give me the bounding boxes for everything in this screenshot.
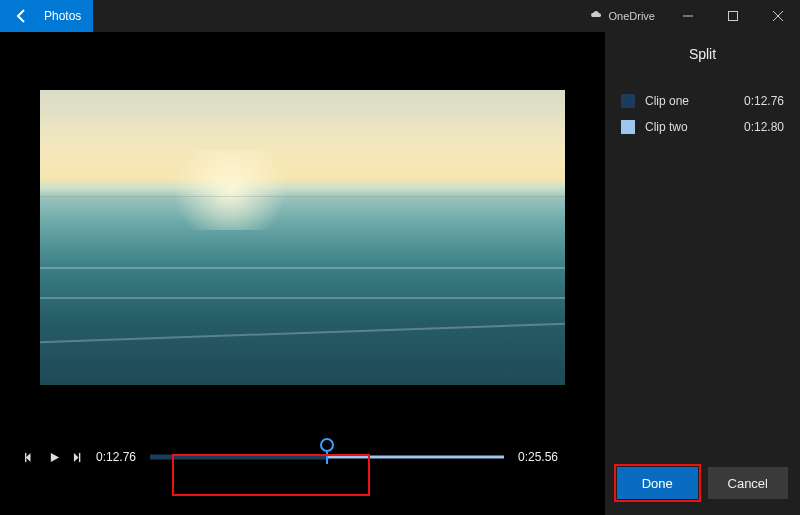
svg-rect-1	[25, 452, 26, 461]
action-button-row: Done Cancel	[617, 463, 788, 501]
clip-name-label: Clip one	[645, 94, 734, 108]
app-title: Photos	[44, 9, 81, 23]
onedrive-status[interactable]: OneDrive	[579, 0, 665, 32]
clip-color-swatch	[621, 120, 635, 134]
clip-name-label: Clip two	[645, 120, 734, 134]
preview-wrap	[0, 32, 604, 385]
clip-row[interactable]: Clip two0:12.80	[617, 114, 788, 140]
titlebar: Photos OneDrive	[0, 0, 800, 32]
timeline-area: 0:12.76 0:25.56	[0, 427, 604, 487]
side-panel-title: Split	[617, 46, 788, 62]
window-controls	[665, 0, 800, 32]
titlebar-left: Photos	[0, 0, 93, 32]
timeline-clip-one-region	[150, 455, 327, 460]
split-handle[interactable]	[319, 438, 335, 464]
app-window: Photos OneDrive	[0, 0, 800, 515]
total-time-label: 0:25.56	[518, 450, 558, 464]
body: 0:12.76 0:25.56 Split Clip one0:12.76Cli…	[0, 32, 800, 515]
titlebar-drag-region[interactable]	[93, 0, 578, 32]
back-button[interactable]	[0, 0, 44, 32]
current-time-label: 0:12.76	[96, 450, 136, 464]
clip-color-swatch	[621, 94, 635, 108]
split-handle-ring-icon	[320, 438, 334, 452]
svg-rect-2	[78, 452, 79, 461]
minimize-button[interactable]	[665, 0, 710, 32]
clip-duration-label: 0:12.80	[744, 120, 784, 134]
timeline-track[interactable]	[150, 442, 504, 472]
play-button[interactable]	[42, 445, 66, 469]
svg-rect-0	[728, 12, 737, 21]
close-button[interactable]	[755, 0, 800, 32]
onedrive-cloud-icon	[589, 10, 603, 22]
clip-duration-label: 0:12.76	[744, 94, 784, 108]
split-handle-stem-icon	[326, 452, 328, 464]
done-button[interactable]: Done	[617, 467, 698, 499]
previous-frame-button[interactable]	[18, 445, 42, 469]
maximize-button[interactable]	[710, 0, 755, 32]
split-side-panel: Split Clip one0:12.76Clip two0:12.80 Don…	[605, 32, 800, 515]
next-frame-button[interactable]	[66, 445, 90, 469]
cancel-button[interactable]: Cancel	[708, 467, 789, 499]
preview-panel: 0:12.76 0:25.56	[0, 32, 605, 515]
onedrive-label: OneDrive	[609, 10, 655, 22]
clip-row[interactable]: Clip one0:12.76	[617, 88, 788, 114]
video-preview[interactable]	[40, 90, 565, 385]
